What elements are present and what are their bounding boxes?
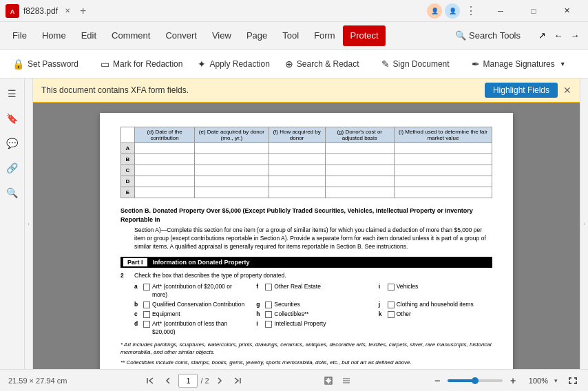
last-page-btn[interactable] [230, 373, 245, 388]
mark-redaction-label: Mark for Redaction [113, 59, 182, 69]
xfa-banner-close-btn[interactable]: ✕ [563, 85, 571, 96]
first-page-btn[interactable] [143, 373, 158, 388]
fit-page-btn[interactable] [321, 373, 336, 388]
menu-file[interactable]: File [6, 25, 34, 46]
file-name: f8283.pdf [23, 6, 58, 16]
menu-bar: File Home Edit Comment Convert View Page… [0, 22, 588, 50]
zoom-slider[interactable] [448, 379, 503, 382]
manage-sig-icon: ✒ [472, 59, 480, 70]
zoom-level-display: 100% [523, 377, 548, 385]
checkbox-c: c Equipment [134, 310, 248, 319]
q2-label: 2 [120, 272, 129, 336]
checkbox-i-vehicles: i Vehicles [379, 283, 492, 299]
sign-document-btn[interactable]: ✎ Sign Document [375, 53, 456, 75]
left-panel-handle[interactable]: › [25, 78, 33, 369]
cb-j[interactable] [388, 302, 395, 308]
cb-f[interactable] [265, 284, 272, 290]
maximize-btn[interactable]: □ [518, 0, 549, 22]
checkbox-grid: a Art* (contribution of $20,000 or more)… [134, 283, 492, 336]
cb-d[interactable] [143, 321, 150, 328]
cb-h[interactable] [265, 311, 272, 318]
back-icon[interactable]: ← [551, 28, 566, 43]
page-number-input[interactable] [178, 374, 198, 388]
menu-view[interactable]: View [205, 25, 238, 46]
cb-i[interactable] [388, 284, 395, 290]
zoom-controls: − + 100% ▾ [430, 373, 580, 388]
row-b: B [121, 154, 135, 165]
right-panel-handle[interactable]: ‹ [580, 78, 588, 369]
document-scroll[interactable]: (d) Date of the contribution (e) Date ac… [33, 78, 580, 369]
lock-icon: 🔒 [12, 59, 24, 70]
external-link-icon[interactable]: ↗ [534, 28, 549, 43]
menu-home[interactable]: Home [35, 25, 73, 46]
manage-signatures-btn[interactable]: ✒ Manage Signatures ▼ [465, 53, 573, 75]
minimize-btn[interactable]: ─ [485, 0, 516, 22]
footnote-2: ** Collectibles include coins, stamps, b… [120, 359, 492, 366]
cb-g[interactable] [265, 302, 272, 308]
prev-page-btn[interactable] [160, 373, 176, 388]
section-b: Section B. Donated Property Over $5,000 … [120, 207, 492, 369]
sidebar-comment-icon[interactable]: 💬 [3, 134, 22, 153]
sidebar-nav-icon[interactable]: ☰ [3, 84, 22, 103]
more-options-btn[interactable]: ⋮ [465, 4, 476, 17]
part1-header: Part I Information on Donated Property [120, 257, 492, 268]
electronic-btn[interactable]: ⚡ Electro... [581, 53, 588, 75]
checkbox-g: g Securities [256, 301, 370, 309]
sidebar-search-icon[interactable]: 🔍 [3, 183, 22, 202]
search-tools-label: Search Tools [469, 30, 521, 41]
highlight-fields-btn[interactable]: Highlight Fields [485, 83, 558, 98]
zoom-out-btn[interactable]: − [430, 373, 445, 388]
set-password-btn[interactable]: 🔒 Set Password [6, 53, 85, 75]
profile-icon-2[interactable]: 👤 [445, 3, 460, 19]
tab-close-btn[interactable]: ✕ [62, 6, 73, 16]
menu-form[interactable]: Form [307, 25, 342, 46]
q2-content: Check the box that describes the type of… [134, 272, 492, 336]
zoom-in-btn[interactable]: + [505, 373, 521, 388]
menu-comment[interactable]: Comment [105, 25, 157, 46]
profile-icon-1[interactable]: 👤 [427, 3, 442, 19]
window-controls: ─ □ ✕ [485, 0, 582, 22]
cb-b[interactable] [143, 302, 150, 308]
app-icon: A [6, 4, 19, 18]
xfa-banner-text: This document contains XFA form fields. [41, 85, 485, 95]
close-btn[interactable]: ✕ [551, 0, 582, 22]
part1-title: Information on Donated Property [153, 258, 250, 267]
search-redact-icon: ⊕ [285, 59, 293, 70]
row-a: A [121, 143, 135, 154]
title-bar-left: A f8283.pdf ✕ + [6, 4, 427, 18]
menu-edit[interactable]: Edit [74, 25, 103, 46]
document-page: (d) Date of the contribution (e) Date ac… [100, 113, 513, 369]
title-bar: A f8283.pdf ✕ + 👤 👤 ⋮ ─ □ ✕ [0, 0, 588, 22]
new-tab-btn[interactable]: + [80, 5, 86, 17]
cb-a[interactable] [143, 284, 150, 290]
row-e: E [121, 187, 135, 198]
cb-i2[interactable] [265, 321, 272, 328]
menu-convert[interactable]: Convert [158, 25, 204, 46]
bottom-bar: 21.59 × 27.94 cm / 2 − + 100% ▾ [0, 369, 588, 391]
document-area: This document contains XFA form fields. … [33, 78, 580, 369]
sidebar-link-icon[interactable]: 🔗 [3, 158, 22, 178]
next-page-btn[interactable] [212, 373, 227, 388]
sign-document-label: Sign Document [393, 59, 450, 69]
zoom-dropdown-btn[interactable]: ▾ [551, 375, 562, 386]
sidebar-bookmark-icon[interactable]: 🔖 [3, 109, 22, 128]
fullscreen-btn[interactable] [565, 373, 580, 388]
search-redact-label: Search & Redact [297, 59, 359, 69]
search-tools-btn[interactable]: 🔍 Search Tools [448, 25, 527, 46]
cb-c[interactable] [143, 311, 150, 318]
xfa-banner: This document contains XFA form fields. … [33, 78, 580, 103]
search-redact-btn[interactable]: ⊕ Search & Redact [278, 53, 366, 75]
fit-width-btn[interactable] [339, 373, 354, 388]
menu-tool[interactable]: Tool [275, 25, 306, 46]
mark-redaction-btn[interactable]: ▭ Mark for Redaction [94, 53, 189, 75]
forward-icon[interactable]: → [567, 28, 582, 43]
apply-redaction-btn[interactable]: ✦ Apply Redaction [191, 53, 276, 75]
part1-label: Part I [123, 258, 147, 267]
cb-k[interactable] [388, 311, 395, 318]
apply-redaction-label: Apply Redaction [209, 59, 269, 69]
zoom-slider-thumb[interactable] [472, 377, 479, 384]
menu-page[interactable]: Page [240, 25, 274, 46]
menu-protect[interactable]: Protect [343, 25, 385, 46]
svg-rect-2 [325, 377, 332, 384]
main-area: ☰ 🔖 💬 🔗 🔍 › This document contains XFA f… [0, 78, 588, 369]
